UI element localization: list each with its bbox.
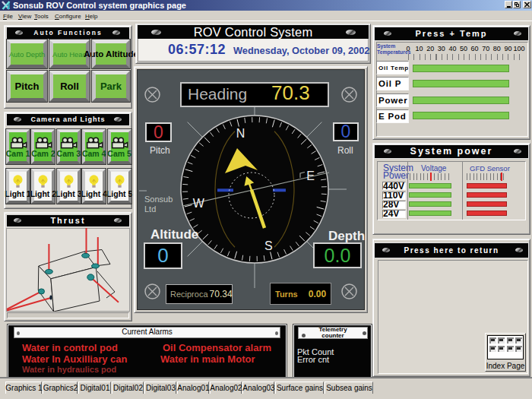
svg-text:S: S <box>264 239 273 252</box>
svg-text:Sonsub: Sonsub <box>144 195 173 204</box>
svg-text:N: N <box>236 127 245 140</box>
svg-text:Ltd: Ltd <box>144 204 156 214</box>
svg-text:W: W <box>193 197 205 210</box>
svg-text:E: E <box>306 169 315 182</box>
